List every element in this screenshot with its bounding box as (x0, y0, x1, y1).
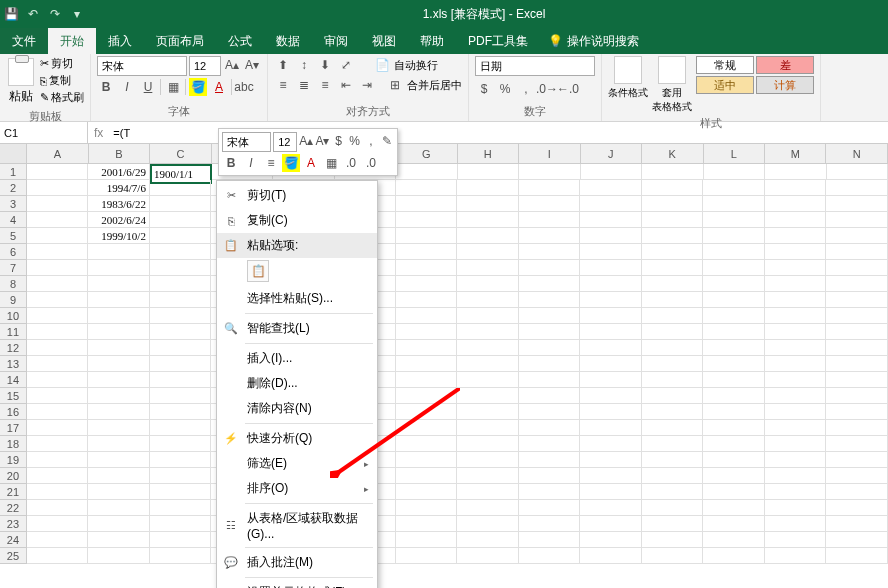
mini-dec-decimal-icon[interactable]: .0 (362, 154, 380, 172)
cell[interactable] (150, 484, 212, 500)
cell[interactable] (642, 468, 704, 484)
cell[interactable] (27, 196, 89, 212)
row-header[interactable]: 3 (0, 196, 27, 212)
cell[interactable] (27, 420, 89, 436)
cell[interactable]: 1983/6/22 (88, 196, 150, 212)
style-normal[interactable]: 常规 (696, 56, 754, 74)
cell[interactable] (826, 468, 888, 484)
cell[interactable] (826, 452, 888, 468)
cell[interactable] (580, 484, 642, 500)
cell[interactable] (826, 324, 888, 340)
number-format-select[interactable]: 日期 (475, 56, 595, 76)
cell[interactable] (457, 244, 519, 260)
comma-icon[interactable]: , (517, 80, 535, 98)
cell[interactable] (642, 292, 704, 308)
cell[interactable] (396, 308, 458, 324)
cell[interactable] (703, 324, 765, 340)
indent-left-icon[interactable]: ⇤ (337, 76, 355, 94)
cell[interactable] (88, 340, 150, 356)
cell[interactable] (457, 212, 519, 228)
cell[interactable] (519, 260, 581, 276)
menu-quick-analysis[interactable]: ⚡快速分析(Q) (217, 426, 377, 451)
cell[interactable] (27, 228, 89, 244)
cell[interactable] (765, 388, 827, 404)
cell[interactable] (580, 292, 642, 308)
tab-view[interactable]: 视图 (360, 28, 408, 54)
cell[interactable] (580, 452, 642, 468)
row-header[interactable]: 15 (0, 388, 27, 404)
cell[interactable] (27, 324, 89, 340)
cell[interactable] (765, 436, 827, 452)
column-header[interactable]: K (642, 144, 703, 163)
row-header[interactable]: 8 (0, 276, 27, 292)
menu-smart-lookup[interactable]: 🔍智能查找(L) (217, 316, 377, 341)
cell[interactable] (396, 292, 458, 308)
cell[interactable] (826, 180, 888, 196)
cell[interactable] (580, 468, 642, 484)
cell[interactable] (826, 516, 888, 532)
cell[interactable] (457, 532, 519, 548)
cell[interactable] (826, 500, 888, 516)
cell[interactable] (27, 244, 89, 260)
save-icon[interactable]: 💾 (4, 7, 18, 21)
cell[interactable] (703, 388, 765, 404)
menu-paste-options[interactable]: 📋粘贴选项: (217, 233, 377, 258)
cell[interactable] (826, 212, 888, 228)
cell[interactable] (826, 340, 888, 356)
cell[interactable] (581, 164, 643, 180)
cell[interactable] (150, 436, 212, 452)
cell[interactable] (642, 356, 704, 372)
cell[interactable] (150, 180, 212, 196)
cell[interactable] (765, 468, 827, 484)
cell[interactable] (519, 324, 581, 340)
undo-icon[interactable]: ↶ (26, 7, 40, 21)
cell[interactable] (457, 372, 519, 388)
cell[interactable] (580, 356, 642, 372)
cell[interactable] (826, 260, 888, 276)
row-header[interactable]: 12 (0, 340, 27, 356)
cell[interactable] (150, 548, 212, 564)
cell[interactable] (826, 228, 888, 244)
cell[interactable] (703, 372, 765, 388)
cell[interactable] (519, 356, 581, 372)
cell[interactable] (27, 276, 89, 292)
cell[interactable] (457, 196, 519, 212)
cell[interactable] (826, 404, 888, 420)
cell[interactable] (519, 516, 581, 532)
align-bottom-icon[interactable]: ⬇ (316, 56, 334, 74)
column-header[interactable]: B (89, 144, 150, 163)
menu-copy[interactable]: ⎘复制(C) (217, 208, 377, 233)
cell[interactable] (519, 420, 581, 436)
cell[interactable] (703, 356, 765, 372)
cell[interactable] (765, 516, 827, 532)
cell[interactable] (642, 324, 704, 340)
cell[interactable] (765, 228, 827, 244)
cell[interactable] (580, 340, 642, 356)
cell[interactable] (642, 532, 704, 548)
cell[interactable] (457, 452, 519, 468)
cell[interactable] (703, 404, 765, 420)
cell[interactable] (396, 228, 458, 244)
cell[interactable] (580, 276, 642, 292)
mini-increase-font-icon[interactable]: A▴ (299, 132, 313, 150)
cell[interactable] (88, 356, 150, 372)
cell[interactable] (826, 308, 888, 324)
cell[interactable] (765, 164, 827, 180)
cell[interactable] (765, 356, 827, 372)
mini-border-icon[interactable]: ▦ (322, 154, 340, 172)
cell[interactable] (457, 324, 519, 340)
cell[interactable] (457, 484, 519, 500)
cell[interactable] (150, 212, 212, 228)
cell[interactable] (457, 468, 519, 484)
cell[interactable] (396, 340, 458, 356)
cell[interactable] (703, 548, 765, 564)
cell[interactable] (642, 340, 704, 356)
cell[interactable] (519, 548, 581, 564)
cell[interactable] (150, 516, 212, 532)
column-header[interactable]: N (826, 144, 887, 163)
qat-more-icon[interactable]: ▾ (70, 7, 84, 21)
row-header[interactable]: 6 (0, 244, 27, 260)
cell[interactable] (765, 404, 827, 420)
row-header[interactable]: 18 (0, 436, 27, 452)
cell[interactable] (765, 340, 827, 356)
